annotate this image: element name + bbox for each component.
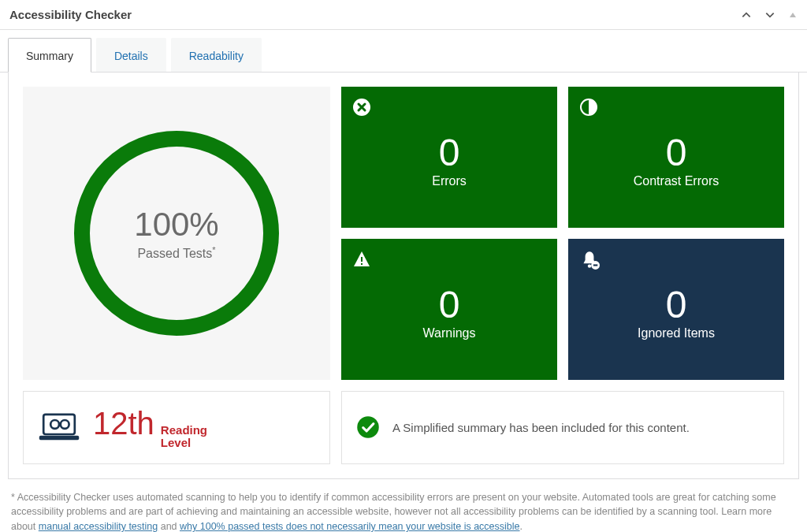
chevron-up-icon[interactable] [741,9,752,20]
reading-level-card: 12th Reading Level [23,391,330,464]
svg-rect-4 [361,257,363,262]
tile-contrast[interactable]: 0 Contrast Errors [568,87,784,228]
tile-errors[interactable]: 0 Errors [341,87,557,228]
reading-level: 12th Reading Level [93,406,207,449]
svg-rect-9 [39,436,79,440]
warnings-label: Warnings [352,326,546,340]
tiles-grid: 0 Errors 0 Contrast Errors 0 Warnings [341,87,784,380]
tile-ignored[interactable]: 0 Ignored Items [568,239,784,380]
svg-point-10 [50,420,59,429]
tabs: Summary Details Readability [0,30,807,73]
reading-grade: 12th [93,406,154,441]
tab-readability[interactable]: Readability [171,38,262,72]
ignored-label: Ignored Items [579,326,773,340]
collapse-triangle-icon[interactable] [788,10,798,20]
tab-details[interactable]: Details [96,38,166,72]
passed-tests-ring: 100% Passed Tests* [74,131,279,336]
link-why-100-percent[interactable]: why 100% passed tests does not necessari… [180,521,519,532]
ignored-count: 0 [579,283,773,326]
link-manual-testing[interactable]: manual accessibility testing [39,521,158,532]
errors-label: Errors [352,174,546,188]
svg-rect-5 [361,263,363,265]
bottom-row: 12th Reading Level A Simplified summary … [23,391,784,464]
errors-count: 0 [352,131,546,174]
panel-header: Accessibility Checker [0,0,807,30]
chevron-down-icon[interactable] [764,9,775,20]
reading-label: Reading Level [161,424,207,449]
summary-panel: 100% Passed Tests* 0 Errors 0 Contrast E… [8,73,799,479]
svg-point-11 [61,420,69,429]
laptop-search-icon [38,411,80,443]
passed-percent: 100% [134,206,218,244]
bell-mute-icon [579,250,598,269]
summary-grid: 100% Passed Tests* 0 Errors 0 Contrast E… [23,87,784,380]
footnote: * Accessibility Checker uses automated s… [11,490,796,533]
simplified-summary-card: A Simplified summary has been included f… [341,391,784,464]
contrast-label: Contrast Errors [579,174,773,188]
warnings-count: 0 [352,283,546,326]
svg-point-13 [357,417,379,439]
tab-summary[interactable]: Summary [8,38,91,73]
error-x-icon [352,98,371,117]
contrast-icon [579,98,598,117]
panel-title: Accessibility Checker [9,8,132,21]
tile-warnings[interactable]: 0 Warnings [341,239,557,380]
check-circle-icon [356,415,380,439]
warning-triangle-icon [352,250,371,269]
svg-point-6 [588,264,591,267]
passed-tests-card: 100% Passed Tests* [23,87,330,380]
passed-label: Passed Tests* [137,245,215,261]
simplified-summary-text: A Simplified summary has been included f… [392,421,690,434]
svg-marker-0 [790,13,796,17]
panel-header-controls [741,9,798,20]
contrast-count: 0 [579,131,773,174]
